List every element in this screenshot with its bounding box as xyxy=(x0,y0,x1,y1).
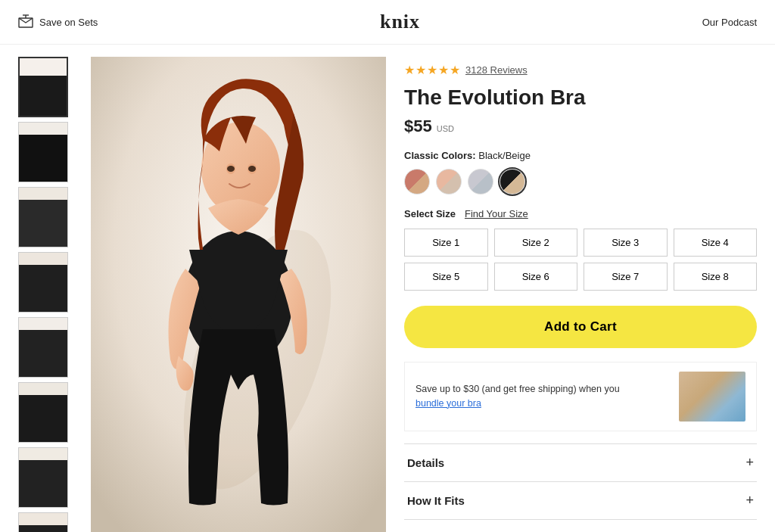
star-rating: ★★★★★ xyxy=(404,63,461,77)
thumbnail-8[interactable] xyxy=(18,512,68,532)
box-icon xyxy=(18,14,33,30)
color-swatch-2[interactable] xyxy=(436,169,462,194)
thumbnail-4[interactable] xyxy=(18,252,68,313)
thumbnail-2[interactable] xyxy=(18,122,68,182)
accordion-details-label: Details xyxy=(407,456,444,469)
size-btn-4[interactable]: Size 4 xyxy=(674,229,758,257)
add-to-cart-button[interactable]: Add to Cart xyxy=(404,306,757,348)
size-btn-7[interactable]: Size 7 xyxy=(584,263,668,291)
save-on-sets-label: Save on Sets xyxy=(39,17,98,28)
bundle-image xyxy=(679,372,745,422)
accordion-details[interactable]: Details + xyxy=(404,443,757,481)
accordion-fits-icon: + xyxy=(745,493,754,509)
size-select-row: Select Size Find Your Size xyxy=(404,208,757,219)
size-grid: Size 1 Size 2 Size 3 Size 4 Size 5 Size … xyxy=(404,229,757,291)
accordion-fabric-care[interactable]: Fabric & Care + xyxy=(404,519,757,532)
header: Save on Sets knix Our Podcast xyxy=(0,0,775,45)
selected-color-text: Black/Beige xyxy=(478,150,531,161)
bundle-text: Save up to $30 (and get free shipping) w… xyxy=(416,382,620,411)
main-product-image: Katy is a 36DD, she's wearing a size 7 b… xyxy=(91,57,386,532)
thumbnail-6[interactable] xyxy=(18,382,68,443)
color-label-row: Classic Colors: Black/Beige xyxy=(404,150,757,161)
bundle-offer: Save up to $30 (and get free shipping) w… xyxy=(404,362,757,431)
accordion-fits-label: How It Fits xyxy=(407,494,465,507)
size-btn-8[interactable]: Size 8 xyxy=(674,263,758,291)
size-btn-1[interactable]: Size 1 xyxy=(404,229,488,257)
thumbnail-3[interactable] xyxy=(18,187,68,247)
thumbnail-list xyxy=(18,57,73,532)
save-on-sets[interactable]: Save on Sets xyxy=(18,14,98,30)
product-title: The Evolution Bra xyxy=(404,85,757,110)
svg-point-11 xyxy=(248,166,256,172)
rating-row: ★★★★★ 3128 Reviews xyxy=(404,63,757,77)
size-btn-6[interactable]: Size 6 xyxy=(494,263,578,291)
find-size-link[interactable]: Find Your Size xyxy=(465,208,528,219)
accordion-details-icon: + xyxy=(745,455,754,471)
site-logo[interactable]: knix xyxy=(380,11,420,33)
color-swatch-4[interactable] xyxy=(500,169,525,194)
size-btn-3[interactable]: Size 3 xyxy=(584,229,668,257)
product-details: ★★★★★ 3128 Reviews The Evolution Bra $55… xyxy=(404,57,757,532)
currency-label: USD xyxy=(437,124,454,133)
thumbnail-1[interactable] xyxy=(18,57,68,117)
main-layout: Katy is a 36DD, she's wearing a size 7 b… xyxy=(0,45,775,532)
review-count[interactable]: 3128 Reviews xyxy=(465,64,528,76)
thumbnail-5[interactable] xyxy=(18,317,68,378)
color-swatches xyxy=(404,169,757,194)
color-swatch-1[interactable] xyxy=(404,169,430,194)
svg-point-10 xyxy=(227,166,235,172)
accordion-how-it-fits[interactable]: How It Fits + xyxy=(404,481,757,519)
thumbnail-7[interactable] xyxy=(18,447,68,508)
size-btn-5[interactable]: Size 5 xyxy=(404,263,488,291)
color-swatch-3[interactable] xyxy=(468,169,493,194)
podcast-link[interactable]: Our Podcast xyxy=(702,17,757,28)
product-price: $55 xyxy=(404,117,432,136)
price-row: $55 USD xyxy=(404,117,757,136)
bundle-link[interactable]: bundle your bra xyxy=(416,398,481,409)
size-select-label: Select Size xyxy=(404,208,456,219)
size-btn-2[interactable]: Size 2 xyxy=(494,229,578,257)
